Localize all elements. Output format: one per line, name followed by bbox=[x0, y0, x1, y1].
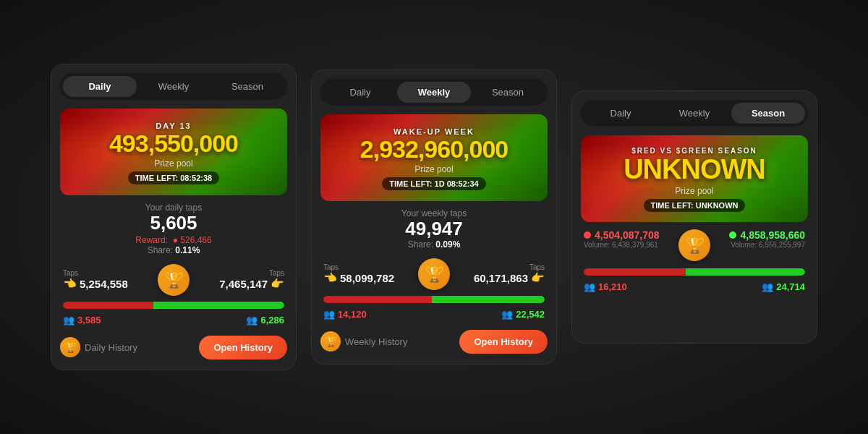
weekly-stats-share: Share: 0.09% bbox=[323, 239, 545, 250]
season-stat-green: 4,858,958,660 Volume: 6,555,255,997 bbox=[729, 229, 805, 261]
taps-row: Taps 👈 5,254,558 🏆 Taps 7,465,147 👉 bbox=[60, 260, 287, 297]
stats-share: Share: 0.11% bbox=[63, 245, 284, 255]
season-players-red: 👥 16,210 bbox=[584, 281, 627, 292]
progress-bar bbox=[63, 302, 284, 309]
history-trophy-icon: 🏆 bbox=[60, 337, 80, 357]
weekly-hand-left-icon: 👈 bbox=[323, 271, 337, 284]
tab-daily-weekly[interactable]: Weekly bbox=[137, 76, 210, 97]
weekly-footer: 🏆 Weekly History Open History bbox=[320, 328, 548, 355]
banner-subtitle: DAY 13 bbox=[156, 122, 191, 130]
tab-season-daily[interactable]: Daily bbox=[584, 103, 658, 124]
weekly-person-green-icon: 👥 bbox=[501, 309, 513, 320]
daily-footer: 🏆 Daily History Open History bbox=[60, 334, 287, 361]
taps-left: Taps 👈 5,254,558 bbox=[63, 269, 128, 290]
person-red-icon: 👥 bbox=[63, 315, 75, 326]
tab-season-weekly[interactable]: Weekly bbox=[658, 103, 731, 124]
reward-icon: ● bbox=[173, 235, 178, 245]
season-players-green: 👥 24,714 bbox=[762, 281, 805, 292]
season-stat-red: 4,504,087,708 Volume: 6,438,379,961 bbox=[584, 229, 660, 261]
weekly-open-history-button[interactable]: Open History bbox=[459, 330, 548, 354]
players-red: 👥 3,585 bbox=[63, 315, 101, 326]
weekly-players-green: 👥 22,542 bbox=[501, 309, 545, 320]
weekly-taps-left-value: 👈 58,099,782 bbox=[323, 271, 394, 284]
players-green: 👥 6,286 bbox=[246, 315, 284, 326]
weekly-banner: WAKE-UP WEEK 2,932,960,000 Prize pool TI… bbox=[320, 114, 548, 201]
tab-weekly-weekly[interactable]: Weekly bbox=[397, 82, 471, 103]
weekly-history-text: Weekly History bbox=[345, 336, 407, 347]
person-green-icon: 👥 bbox=[246, 315, 258, 326]
weekly-prize-pool-label: Prize pool bbox=[414, 164, 453, 174]
weekly-hand-right-icon: 👉 bbox=[531, 271, 545, 284]
weekly-history-label: 🏆 Weekly History bbox=[320, 331, 407, 352]
weekly-taps-right: Taps 60,171,863 👉 bbox=[474, 263, 545, 284]
tab-bar-season: Daily Weekly Season bbox=[581, 100, 808, 127]
season-stats-row: 4,504,087,708 Volume: 6,438,379,961 🏆 4,… bbox=[581, 222, 808, 264]
season-time-badge: TIME LEFT: UNKNOWN bbox=[644, 199, 746, 212]
stats-label: Your daily taps bbox=[63, 203, 284, 213]
daily-banner: DAY 13 493,550,000 Prize pool TIME LEFT:… bbox=[60, 109, 287, 195]
progress-red bbox=[63, 302, 153, 309]
taps-right-label: Taps bbox=[269, 269, 284, 277]
season-person-red-icon: 👥 bbox=[584, 281, 595, 292]
stats-reward: Reward: ● 526,466 bbox=[63, 235, 284, 245]
taps-right: Taps 7,465,147 👉 bbox=[219, 269, 284, 290]
weekly-person-red-icon: 👥 bbox=[323, 309, 335, 320]
stats-value: 5,605 bbox=[63, 213, 284, 234]
weekly-time-badge: TIME LEFT: 1D 08:52:34 bbox=[382, 177, 485, 190]
weekly-card: Daily Weekly Season WAKE-UP WEEK 2,932,9… bbox=[311, 69, 557, 365]
weekly-stats-label: Your weekly taps bbox=[323, 208, 545, 218]
weekly-progress-bar bbox=[323, 296, 545, 303]
weekly-progress-green bbox=[432, 296, 545, 303]
hand-right-icon: 👉 bbox=[271, 277, 284, 290]
tab-season-season[interactable]: Season bbox=[731, 103, 805, 124]
weekly-taps-left: Taps 👈 58,099,782 bbox=[323, 263, 394, 284]
season-person-green-icon: 👥 bbox=[762, 281, 773, 292]
progress-green bbox=[153, 302, 284, 309]
season-progress-bar bbox=[584, 268, 805, 276]
season-progress-red bbox=[584, 268, 686, 276]
season-footer-spacer bbox=[581, 297, 808, 334]
daily-card: Daily Weekly Season DAY 13 493,550,000 P… bbox=[51, 64, 297, 370]
time-badge: TIME LEFT: 08:52:38 bbox=[128, 171, 219, 184]
weekly-stats: Your weekly taps 49,947 Share: 0.09% bbox=[320, 201, 548, 254]
red-dot-icon bbox=[584, 231, 591, 239]
daily-stats: Your daily taps 5,605 Reward: ● 526,466 … bbox=[60, 195, 287, 260]
weekly-taps-row: Taps 👈 58,099,782 🏆 Taps 60,171,863 👉 bbox=[320, 254, 548, 292]
reward-label: Reward: bbox=[135, 235, 168, 245]
season-red-volume: Volume: 6,438,379,961 bbox=[584, 241, 660, 249]
season-green-value: 4,858,958,660 bbox=[729, 229, 805, 241]
weekly-banner-amount: 2,932,960,000 bbox=[360, 136, 508, 163]
weekly-taps-right-value: 60,171,863 👉 bbox=[474, 271, 545, 284]
trophy-icon: 🏆 bbox=[158, 264, 190, 296]
tab-daily-daily[interactable]: Daily bbox=[63, 76, 137, 97]
players-row: 👥 3,585 👥 6,286 bbox=[60, 313, 287, 330]
hand-left-icon: 👈 bbox=[63, 277, 77, 290]
weekly-taps-right-label: Taps bbox=[529, 263, 545, 271]
season-banner-amount: UNKNOWN bbox=[624, 155, 765, 185]
season-prize-pool-label: Prize pool bbox=[675, 186, 713, 196]
green-dot-icon bbox=[729, 231, 736, 239]
season-trophy-icon: 🏆 bbox=[678, 229, 710, 261]
weekly-history-trophy-icon: 🏆 bbox=[320, 331, 341, 352]
tab-weekly-season[interactable]: Season bbox=[471, 82, 545, 103]
tab-weekly-daily[interactable]: Daily bbox=[323, 82, 397, 103]
reward-value: 526,466 bbox=[180, 235, 211, 245]
season-green-volume: Volume: 6,555,255,997 bbox=[731, 241, 805, 249]
season-banner: $RED VS $GREEN SEASON UNKNOWN Prize pool… bbox=[581, 135, 808, 222]
season-red-value: 4,504,087,708 bbox=[584, 229, 660, 241]
weekly-players-red: 👥 14,120 bbox=[323, 309, 367, 320]
season-card: Daily Weekly Season $RED VS $GREEN SEASO… bbox=[571, 90, 817, 344]
weekly-trophy-icon: 🏆 bbox=[418, 258, 450, 290]
banner-amount: 493,550,000 bbox=[109, 130, 238, 157]
tab-bar-weekly: Daily Weekly Season bbox=[320, 79, 548, 106]
prize-pool-label: Prize pool bbox=[154, 158, 192, 169]
tab-daily-season[interactable]: Season bbox=[210, 76, 284, 97]
weekly-banner-subtitle: WAKE-UP WEEK bbox=[393, 127, 475, 136]
taps-left-value: 👈 5,254,558 bbox=[63, 277, 128, 290]
season-banner-subtitle: $RED VS $GREEN SEASON bbox=[631, 147, 757, 155]
season-players-row: 👥 16,210 👥 24,714 bbox=[581, 280, 808, 297]
open-history-button[interactable]: Open History bbox=[199, 336, 287, 359]
season-progress-green bbox=[686, 268, 805, 276]
history-text: Daily History bbox=[85, 342, 137, 353]
weekly-players-row: 👥 14,120 👥 22,542 bbox=[320, 307, 548, 324]
